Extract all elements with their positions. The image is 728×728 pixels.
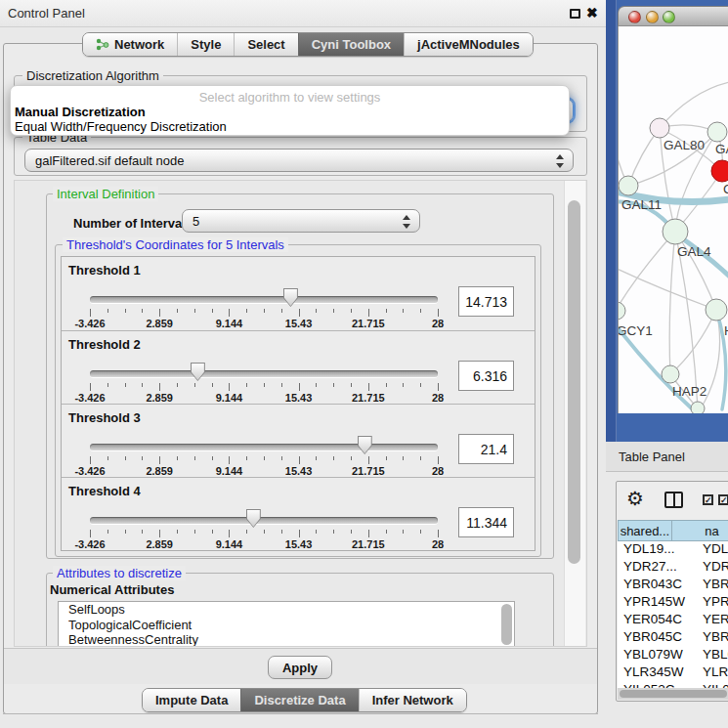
tick-mark	[333, 383, 334, 387]
slider-handle[interactable]	[191, 363, 205, 381]
table-row[interactable]: YPR145WYPR1	[618, 594, 728, 612]
threshold-value-field[interactable]: 21.4	[458, 434, 514, 464]
bottom-tab-bar: Impute DataDiscretize DataInfer Network	[142, 688, 467, 712]
network-node-gal11[interactable]	[619, 176, 638, 195]
tick-mark	[420, 383, 421, 387]
top-tab-bar: NetworkStyleSelectCyni ToolboxjActiveMNo…	[82, 32, 534, 57]
attribute-item-selfloops[interactable]: SelfLoops	[59, 602, 514, 618]
table-row[interactable]: YLR345WYLR3	[618, 664, 728, 682]
network-node-gcy1[interactable]	[619, 302, 625, 320]
slider-track[interactable]	[90, 444, 438, 450]
tick-mark	[403, 309, 404, 313]
tick-mark	[107, 456, 108, 460]
tick-mark	[403, 456, 404, 460]
numerical-attributes-list[interactable]: SelfLoopsTopologicalCoefficientBetweenne…	[58, 601, 515, 647]
close-icon[interactable]: ✖	[586, 5, 598, 21]
discretization-algorithm-title: Discretization Algorithm	[22, 68, 163, 83]
num-intervals-select[interactable]: 5	[182, 209, 420, 233]
panel-scrollbar-thumb[interactable]	[568, 200, 580, 564]
tab-discretize-data[interactable]: Discretize Data	[240, 689, 358, 711]
tick-mark	[142, 383, 143, 387]
tick-mark	[159, 309, 160, 317]
tab-style[interactable]: Style	[177, 33, 234, 56]
algorithm-option-equal-width-frequency-discretization[interactable]: Equal Width/Frequency Discretization	[15, 119, 227, 134]
columns-icon[interactable]	[664, 492, 683, 508]
tick-label: 21.715	[339, 392, 398, 404]
tick-label: 9.144	[199, 392, 258, 404]
network-node-h[interactable]	[706, 299, 727, 321]
tick-mark	[386, 383, 387, 387]
float-window-icon[interactable]	[570, 9, 580, 19]
network-node[interactable]	[691, 402, 705, 413]
slider-track[interactable]	[90, 296, 438, 303]
tick-mark	[438, 456, 439, 464]
network-node-c[interactable]	[711, 160, 728, 182]
gear-icon[interactable]: ⚙	[626, 487, 644, 510]
table-rows: YDL19...YDL1YDR27...YDR2YBR043CYBR0YPR14…	[618, 541, 728, 688]
threshold-value-field[interactable]: 14.713	[458, 286, 514, 317]
attribute-item-topologicalcoefficient[interactable]: TopologicalCoefficient	[59, 618, 514, 633]
table-hscrollbar[interactable]	[618, 688, 728, 700]
tick-mark	[403, 383, 404, 387]
network-canvas[interactable]: GAL80GACGAL11GAL4GCY1HHAP2	[618, 26, 728, 413]
tab-impute-data[interactable]: Impute Data	[143, 689, 240, 711]
slider-handle[interactable]	[283, 288, 298, 307]
network-edge	[675, 232, 716, 310]
table-row[interactable]: YBL079WYBL0	[618, 647, 728, 664]
tick-mark	[212, 530, 213, 534]
attribute-item-betweennesscentrality[interactable]: BetweennessCentrality	[59, 632, 514, 647]
mac-zoom-icon[interactable]	[663, 11, 675, 23]
table-row[interactable]: YDL19...YDL1	[618, 541, 728, 559]
mac-close-icon[interactable]	[628, 11, 641, 23]
algorithm-hint: Select algorithm to view settings	[11, 90, 569, 105]
slider-track[interactable]	[90, 517, 438, 524]
tick-mark	[212, 309, 213, 313]
network-node-ga[interactable]	[707, 122, 727, 142]
threshold-row-threshold-3: Threshold 3-3.4262.8599.14415.4321.71528…	[62, 404, 535, 477]
table-row[interactable]: YER054CYER0	[618, 612, 728, 629]
table-data-select[interactable]: galFiltered.sif default node	[24, 149, 574, 172]
apply-button[interactable]: Apply	[268, 656, 332, 679]
threshold-value-field[interactable]: 11.344	[458, 507, 514, 537]
tab-network[interactable]: Network	[83, 33, 177, 56]
tab-label: Network	[114, 37, 164, 52]
tick-mark	[246, 456, 247, 460]
network-node-gal80[interactable]	[650, 118, 669, 138]
interval-definition-title: Interval Definition	[53, 187, 158, 201]
tick-label: -3.426	[61, 538, 119, 550]
network-node-gal4[interactable]	[663, 219, 688, 244]
tab-label: Discretize Data	[254, 693, 345, 707]
tab-cyni-toolbox[interactable]: Cyni Toolbox	[298, 33, 404, 56]
list-scrollbar[interactable]	[501, 604, 512, 645]
tick-mark	[212, 456, 213, 460]
table-row[interactable]: YDR27...YDR2	[618, 559, 728, 577]
tick-mark	[177, 456, 178, 460]
tab-label: jActiveMNodules	[417, 37, 520, 52]
checkbox-icon[interactable]: ✓	[718, 494, 728, 505]
table-row[interactable]: YBR045CYBR0	[618, 629, 728, 647]
network-window-titlebar[interactable]	[618, 6, 728, 26]
network-node-hap2[interactable]	[662, 365, 679, 383]
cell-shared-name: YBR045C	[623, 629, 682, 644]
tab-jactivemnodules[interactable]: jActiveMNodules	[404, 33, 533, 56]
cell-shared-name: YLR345W	[623, 664, 684, 679]
algorithm-option-manual-discretization[interactable]: Manual Discretization	[15, 105, 146, 119]
table-row[interactable]: YBR043CYBR0	[618, 577, 728, 594]
mac-minimize-icon[interactable]	[646, 11, 659, 23]
tab-select[interactable]: Select	[234, 33, 297, 56]
slider-handle-face	[284, 289, 297, 306]
threshold-value-field[interactable]: 6.316	[458, 361, 514, 391]
slider-handle[interactable]	[358, 436, 372, 454]
slider-handle[interactable]	[246, 509, 261, 528]
tab-infer-network[interactable]: Infer Network	[359, 689, 466, 711]
table-header-cell-na[interactable]: na	[672, 520, 728, 541]
tick-label: 28	[408, 392, 467, 404]
tick-label: 9.144	[199, 465, 258, 477]
threshold-label: Threshold 4	[68, 484, 141, 498]
node-label: HAP2	[672, 384, 707, 399]
table-header-cell-shared-[interactable]: shared...	[618, 520, 672, 541]
tick-mark	[177, 530, 178, 534]
checkbox-icon[interactable]: ✓	[703, 494, 713, 505]
tick-mark	[194, 456, 195, 460]
slider-track[interactable]	[90, 370, 438, 377]
